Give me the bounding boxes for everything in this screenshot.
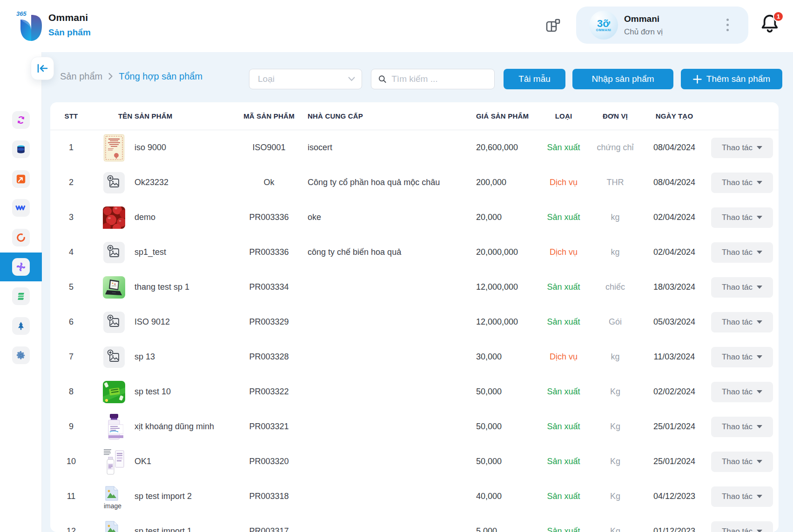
cell-unit: Kg (593, 526, 638, 532)
cell-name: xịt khoáng dũng minh (92, 416, 241, 438)
sidebar-item-app-arrow[interactable] (0, 165, 42, 193)
row-action-label: Thao tác (722, 457, 753, 466)
org-switcher[interactable]: 3ỡ OMMANI Ommani Chủ đơn vị (576, 7, 748, 44)
cell-price: 12,000,000 (471, 317, 534, 327)
cell-action: Thao tác (711, 382, 779, 402)
notifications-button[interactable]: 1 (759, 13, 782, 37)
import-products-button[interactable]: Nhập sản phẩm (572, 69, 673, 89)
row-action-button[interactable]: Thao tác (711, 521, 773, 532)
cell-unit: Gói (593, 317, 638, 327)
app-cross-icon (12, 258, 30, 276)
cell-type: Sản xuất (534, 526, 593, 532)
org-role: Chủ đơn vị (624, 27, 663, 37)
app-sidebar (0, 52, 42, 532)
kebab-menu-icon[interactable] (725, 17, 731, 33)
product-name: sp 13 (134, 352, 155, 362)
cell-price: 20,000 (471, 213, 534, 222)
cell-unit: THR (593, 178, 638, 187)
cell-stt: 3 (50, 213, 92, 222)
cell-stt: 10 (50, 457, 92, 466)
cell-date: 04/12/2023 (638, 492, 711, 501)
sidebar-item-app-layers[interactable] (0, 282, 42, 311)
table-row: 9xịt khoáng dũng minhPR00332150,000Sản x… (50, 409, 779, 444)
product-thumbnail-apples (103, 206, 125, 229)
product-name: sp test import 2 (134, 492, 192, 501)
add-product-button[interactable]: Thêm sản phẩm (681, 69, 782, 89)
table-row: 3demoPR003336oke20,000Sản xuấtkg02/04/20… (50, 200, 779, 235)
row-action-button[interactable]: Thao tác (711, 173, 773, 193)
caret-down-icon (757, 355, 762, 359)
caret-down-icon (757, 286, 762, 289)
cell-date: 08/04/2024 (638, 178, 711, 187)
sidebar-item-app-swirl[interactable] (0, 106, 42, 134)
cell-name: Ok23232 (92, 172, 241, 194)
product-thumbnail-broken-image: image (103, 485, 125, 508)
sidebar-item-app-database[interactable] (0, 135, 42, 164)
cell-date: 02/02/2024 (638, 387, 711, 397)
row-action-label: Thao tác (722, 248, 753, 257)
product-name: xịt khoáng dũng minh (134, 422, 214, 432)
row-action-button[interactable]: Thao tác (711, 138, 773, 158)
row-action-button[interactable]: Thao tác (711, 382, 773, 402)
product-name: Ok23232 (134, 178, 168, 187)
apps-grid-button[interactable] (543, 16, 563, 36)
cell-name: demo (92, 206, 241, 229)
download-template-button[interactable]: Tải mẫu (504, 69, 565, 89)
download-template-label: Tải mẫu (518, 74, 551, 84)
cell-name: iso 9000 (92, 137, 241, 159)
ommani-logo-icon: 365 (16, 9, 45, 43)
col-header-code: MÃ SẢN PHẨM (241, 112, 297, 120)
org-name: Ommani (624, 14, 663, 24)
sidebar-item-app-settings[interactable] (0, 341, 42, 370)
caret-down-icon (757, 390, 762, 393)
cell-price: 12,000,000 (471, 282, 534, 292)
product-thumbnail-placeholder (103, 172, 125, 194)
type-filter-select[interactable]: Loại (249, 69, 362, 89)
search-input[interactable] (391, 74, 488, 84)
cell-supplier: công ty chế biến hoa quả (297, 247, 471, 257)
row-action-button[interactable]: Thao tác (711, 417, 773, 437)
top-header: 365 Ommani Sản phẩm 3ỡ OMMANI Ommani Chủ… (0, 0, 793, 52)
caret-down-icon (757, 495, 762, 498)
row-action-label: Thao tác (722, 387, 753, 397)
row-action-button[interactable]: Thao tác (711, 207, 773, 228)
cell-date: 08/04/2024 (638, 143, 711, 153)
row-action-button[interactable]: Thao tác (711, 452, 773, 472)
cell-stt: 2 (50, 178, 92, 187)
product-name: iso 9000 (134, 143, 166, 153)
row-action-label: Thao tác (722, 283, 753, 292)
cell-price: 200,000 (471, 178, 534, 187)
row-action-button[interactable]: Thao tác (711, 277, 773, 298)
cell-unit: kg (593, 247, 638, 257)
cell-price: 30,000 (471, 352, 534, 362)
row-action-button[interactable]: Thao tác (711, 347, 773, 367)
plus-icon (693, 75, 702, 84)
cell-code: PR003320 (241, 457, 297, 466)
row-action-button[interactable]: Thao tác (711, 242, 773, 263)
sidebar-item-app-tree[interactable] (0, 312, 42, 340)
cell-type: Sản xuất (534, 422, 593, 432)
breadcrumb: Sản phẩm Tổng hợp sản phẩm (60, 68, 202, 85)
row-action-button[interactable]: Thao tác (711, 312, 773, 332)
sidebar-collapse-button[interactable] (31, 57, 54, 80)
col-header-date: NGÀY TẠO (638, 112, 711, 120)
cell-action: Thao tác (711, 521, 779, 532)
cell-stt: 1 (50, 143, 92, 153)
cell-code: Ok (241, 178, 297, 187)
cell-code: PR003336 (241, 213, 297, 222)
row-action-label: Thao tác (722, 492, 753, 501)
sidebar-item-app-waves[interactable] (0, 193, 42, 222)
breadcrumb-current[interactable]: Tổng hợp sản phẩm (119, 71, 202, 82)
sidebar-item-app-cross[interactable] (0, 253, 42, 281)
table-row: 1iso 9000ISO9001isocert20,600,000Sản xuấ… (50, 130, 779, 165)
cell-code: PR003322 (241, 387, 297, 397)
cell-type: Dịch vụ (534, 247, 593, 257)
cell-date: 25/01/2024 (638, 422, 711, 432)
cell-stt: 12 (50, 526, 92, 532)
cell-code: PR003318 (241, 492, 297, 501)
row-action-label: Thao tác (722, 422, 753, 432)
sidebar-item-app-ring[interactable] (0, 223, 42, 252)
table-row: 5thang test sp 1PR00333412,000,000Sản xu… (50, 270, 779, 305)
breadcrumb-parent[interactable]: Sản phẩm (60, 71, 102, 82)
row-action-button[interactable]: Thao tác (711, 486, 773, 507)
